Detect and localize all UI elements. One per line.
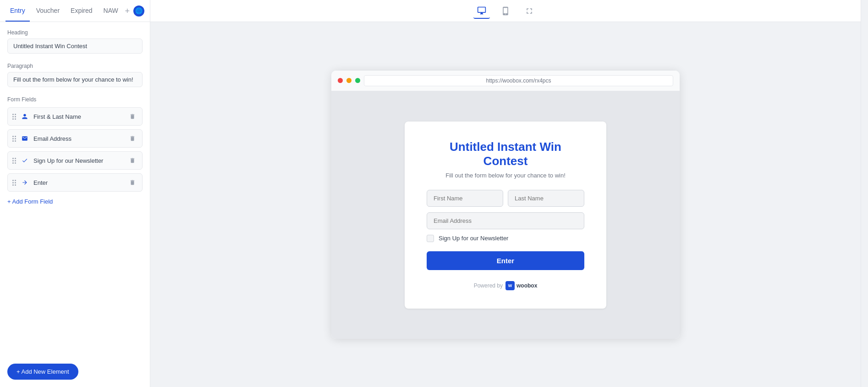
paragraph-label: Paragraph	[7, 63, 143, 69]
drag-handle-name[interactable]	[12, 114, 16, 120]
powered-by-text: Powered by	[474, 282, 503, 289]
tab-naw[interactable]: NAW	[99, 0, 123, 22]
field-name-email: Email Address	[33, 135, 123, 142]
woobox-logo: W woobox	[505, 281, 537, 290]
last-name-input[interactable]	[508, 190, 584, 207]
tabs-bar: Entry Voucher Expired NAW + 🌐	[0, 0, 150, 22]
form-fields-label: Form Fields	[7, 96, 143, 103]
sidebar-content: Heading Paragraph Form Fields First & L	[0, 22, 150, 360]
contest-title: Untitled Instant Win Contest	[427, 140, 584, 168]
add-new-element-button[interactable]: + Add New Element	[7, 364, 78, 380]
woobox-text: woobox	[516, 282, 537, 289]
heading-input[interactable]	[7, 39, 143, 54]
browser-dot-yellow	[346, 78, 352, 83]
browser-url: https://woobox.com/rx4pcs	[364, 75, 673, 86]
form-fields-section: Form Fields First & Last Name	[7, 96, 143, 208]
name-row	[427, 190, 584, 207]
powered-by: Powered by W woobox	[427, 281, 584, 290]
browser-content: Untitled Instant Win Contest Fill out th…	[331, 91, 680, 339]
drag-handle-email[interactable]	[12, 136, 16, 142]
desktop-device-button[interactable]	[473, 3, 490, 19]
heading-label: Heading	[7, 29, 143, 36]
newsletter-label: Sign Up for our Newsletter	[439, 235, 508, 242]
contest-subtitle: Fill out the form below for your chance …	[427, 172, 584, 179]
field-name-enter: Enter	[33, 179, 123, 186]
email-address-input[interactable]	[427, 212, 584, 229]
field-item-newsletter[interactable]: Sign Up for our Newsletter	[7, 151, 143, 170]
person-icon	[21, 112, 29, 121]
delete-name-button[interactable]	[127, 112, 137, 121]
main-area: https://woobox.com/rx4pcs Untitled Insta…	[150, 0, 861, 387]
checkbox-icon	[21, 156, 29, 165]
arrow-icon	[21, 178, 29, 187]
delete-newsletter-button[interactable]	[127, 156, 137, 165]
browser-bar: https://woobox.com/rx4pcs	[331, 71, 680, 91]
tab-expired[interactable]: Expired	[66, 0, 97, 22]
paragraph-input[interactable]	[7, 72, 143, 87]
add-tab-button[interactable]: +	[125, 7, 130, 15]
preview-area: https://woobox.com/rx4pcs Untitled Insta…	[150, 22, 861, 387]
device-toolbar	[150, 0, 861, 22]
fullscreen-device-button[interactable]	[521, 4, 538, 18]
tab-voucher[interactable]: Voucher	[32, 0, 64, 22]
tabs-actions: + 🌐	[125, 6, 144, 17]
sidebar: Entry Voucher Expired NAW + 🌐 Heading Pa…	[0, 0, 150, 387]
delete-email-button[interactable]	[127, 134, 137, 143]
tablet-device-button[interactable]	[497, 4, 514, 18]
first-name-input[interactable]	[427, 190, 503, 207]
drag-handle-newsletter[interactable]	[12, 158, 16, 164]
delete-enter-button[interactable]	[127, 178, 137, 187]
newsletter-checkbox[interactable]	[427, 235, 434, 242]
contest-card: Untitled Instant Win Contest Fill out th…	[405, 122, 606, 309]
right-panel	[861, 0, 868, 387]
browser-dot-red	[338, 78, 343, 83]
paragraph-section: Paragraph	[7, 63, 143, 87]
globe-icon: 🌐	[135, 7, 143, 14]
browser-dot-green	[355, 78, 360, 83]
newsletter-row: Sign Up for our Newsletter	[427, 235, 584, 242]
add-form-field-button[interactable]: + Add Form Field	[7, 195, 53, 208]
enter-button[interactable]: Enter	[427, 251, 584, 270]
field-name-name: First & Last Name	[33, 113, 123, 120]
heading-section: Heading	[7, 29, 143, 54]
email-icon	[21, 134, 29, 143]
globe-button[interactable]: 🌐	[133, 6, 144, 17]
woobox-icon: W	[505, 281, 515, 290]
field-item-email[interactable]: Email Address	[7, 129, 143, 148]
tab-entry[interactable]: Entry	[5, 0, 30, 22]
field-name-newsletter: Sign Up for our Newsletter	[33, 157, 123, 164]
browser-frame: https://woobox.com/rx4pcs Untitled Insta…	[331, 71, 680, 339]
field-item-enter[interactable]: Enter	[7, 173, 143, 192]
field-item-name[interactable]: First & Last Name	[7, 107, 143, 126]
drag-handle-enter[interactable]	[12, 180, 16, 186]
